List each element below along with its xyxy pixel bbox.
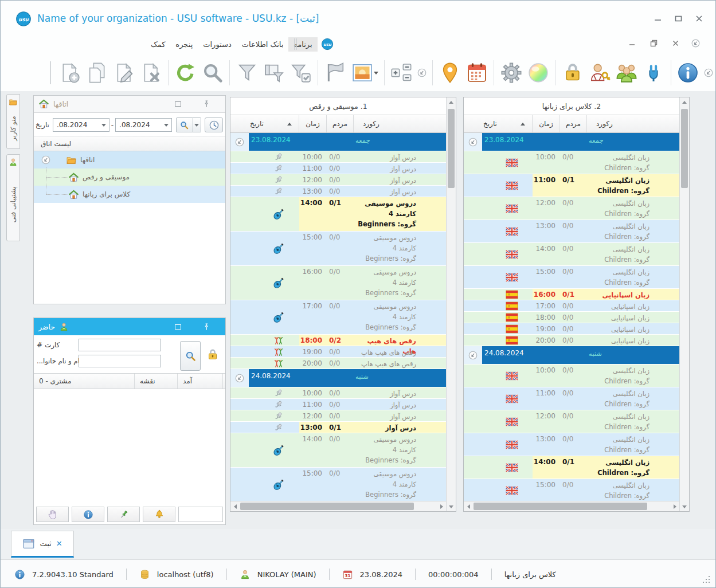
- tree-room-item[interactable]: کلاس برای زبانها: [34, 186, 225, 203]
- col-people[interactable]: مردم: [560, 115, 587, 132]
- schedule-row[interactable]: 12:000/0زبان انگلیسیگروه: Children: [464, 410, 679, 433]
- horizontal-scrollbar[interactable]: [230, 501, 446, 511]
- col-date[interactable]: تاریخ: [464, 115, 533, 132]
- settings-button[interactable]: [498, 58, 525, 87]
- schedule-row[interactable]: 10:000/0درس آواز: [230, 151, 446, 163]
- schedule-row[interactable]: 14:000/1زبان انگلیسیگروه: Children: [464, 456, 679, 479]
- present-pin-icon[interactable]: [203, 323, 210, 331]
- group-expander-icon[interactable]: [464, 346, 482, 364]
- group-expander-icon[interactable]: [464, 133, 482, 151]
- filter-apply-button[interactable]: [287, 58, 314, 87]
- schedule-row[interactable]: 14:000/0زبان انگلیسیگروه: Children: [464, 243, 679, 266]
- tree-room-item[interactable]: موسیقی و رقص: [34, 168, 225, 186]
- more-right-button[interactable]: [702, 58, 715, 87]
- client-name-input[interactable]: [79, 355, 161, 367]
- pushpin-button[interactable]: [107, 507, 140, 522]
- schedule-row[interactable]: 11:000/1زبان انگلیسیگروه: Children: [464, 174, 679, 197]
- image-button[interactable]: [349, 58, 375, 87]
- flag-button[interactable]: [322, 58, 349, 87]
- horizontal-scrollbar[interactable]: [464, 501, 679, 511]
- group-row[interactable]: 23.08.2024جمعه: [230, 133, 446, 151]
- close-button[interactable]: [692, 13, 705, 23]
- minimize-button[interactable]: [651, 13, 664, 23]
- col-record[interactable]: رکورد: [587, 115, 679, 132]
- card-number-input[interactable]: [79, 339, 161, 351]
- schedule-row[interactable]: 17:000/0دروس موسیقیکارمند 4گروه: Beginne…: [230, 300, 446, 335]
- vertical-scrollbar[interactable]: [446, 97, 456, 511]
- present-col-0[interactable]: مشتری - 0: [34, 374, 135, 389]
- schedule-row[interactable]: 17:000/0زبان اسپانیایی: [464, 300, 679, 312]
- menu-پنجره[interactable]: پنجره: [170, 37, 198, 52]
- schedule-row[interactable]: 10:000/0زبان انگلیسیگروه: Children: [464, 364, 679, 387]
- schedule-row[interactable]: 13:000/0زبان انگلیسیگروه: Children: [464, 220, 679, 243]
- map-button[interactable]: [436, 58, 463, 87]
- delete-record-button[interactable]: [138, 58, 165, 87]
- tab-registration[interactable]: ثبت ✕: [11, 531, 74, 558]
- date-to-select[interactable]: .08.2024: [115, 118, 172, 132]
- schedule-row[interactable]: 14:000/1دروس موسیقیکارمند 4گروه: Beginne…: [230, 197, 446, 232]
- lock-button[interactable]: [559, 58, 586, 87]
- schedule-row[interactable]: 12:000/0زبان انگلیسیگروه: Children: [464, 197, 679, 220]
- calendar-button[interactable]: [463, 58, 490, 87]
- present-col-1[interactable]: نقشه: [135, 374, 178, 389]
- menu-برنامه[interactable]: برنامه: [288, 37, 317, 52]
- schedule-row[interactable]: 16:000/0دروس موسیقیکارمند 4گروه: Beginne…: [230, 266, 446, 300]
- expand-tree-button[interactable]: [388, 58, 415, 87]
- image-button-caret[interactable]: [374, 72, 378, 75]
- schedule-row[interactable]: 13:000/0زبان انگلیسیگروه: Children: [464, 433, 679, 456]
- schedule-row[interactable]: 11:000/0زبان انگلیسیگروه: Children: [464, 387, 679, 410]
- mdi-more-button[interactable]: [691, 38, 701, 48]
- rooms-search-dropdown[interactable]: [193, 117, 202, 132]
- filter-button[interactable]: [233, 58, 260, 87]
- menu-کمک[interactable]: کمک: [146, 37, 170, 52]
- schedule-row[interactable]: 19:000/0زبان اسپانیایی: [464, 323, 679, 335]
- bell-button[interactable]: [143, 507, 175, 522]
- schedule-row[interactable]: 15:000/0دروس موسیقیکارمند 4گروه: Beginne…: [230, 468, 446, 501]
- tab-user-menu[interactable]: منو کاربر: [6, 94, 20, 149]
- rooms-time-button[interactable]: [205, 117, 223, 132]
- schedule-row[interactable]: 20:000/0زبان اسپانیایی: [464, 335, 679, 346]
- maximize-button[interactable]: [672, 13, 684, 23]
- resize-grip[interactable]: [702, 575, 710, 583]
- info-button[interactable]: [72, 507, 104, 522]
- rooms-search-button[interactable]: [176, 117, 193, 132]
- toolbar-grip[interactable]: [50, 61, 52, 84]
- schedule-row[interactable]: 18:000/2رقص های هیپ هاپ: [230, 335, 446, 346]
- present-search-button[interactable]: [180, 341, 201, 371]
- users-button[interactable]: [613, 58, 640, 87]
- connections-button[interactable]: [640, 58, 667, 87]
- mdi-restore-button[interactable]: [647, 38, 660, 48]
- schedule-row[interactable]: 14:000/0دروس موسیقیکارمند 4گروه: Beginne…: [230, 433, 446, 468]
- schedule-row[interactable]: 10:000/0زبان انگلیسیگروه: Children: [464, 151, 679, 174]
- vertical-scrollbar[interactable]: [679, 97, 689, 511]
- schedule-row[interactable]: 20:000/0رقص های هیپ هاپ: [230, 358, 446, 369]
- more-left-button[interactable]: [415, 58, 429, 87]
- schedule-row[interactable]: 15:000/0دروس موسیقیکارمند 4گروه: Beginne…: [230, 232, 446, 266]
- col-time[interactable]: زمان: [533, 115, 560, 132]
- tab-tech-support[interactable]: پشتیبانی فنی: [6, 154, 20, 241]
- group-row[interactable]: 24.08.2024شنبه: [230, 369, 446, 387]
- panel-pin-icon[interactable]: [203, 100, 210, 108]
- edit-record-button[interactable]: [111, 58, 138, 87]
- search-button[interactable]: [199, 58, 226, 87]
- col-date[interactable]: تاریخ: [230, 115, 299, 132]
- schedule-row[interactable]: 10:000/0درس آواز: [230, 387, 446, 399]
- group-expander-icon[interactable]: [230, 133, 249, 151]
- quick-input[interactable]: [178, 507, 223, 522]
- user-rights-button[interactable]: [586, 58, 613, 87]
- filter-window-button[interactable]: [260, 58, 287, 87]
- schedule-row[interactable]: 12:000/0درس آواز: [230, 174, 446, 186]
- mdi-close-button[interactable]: [669, 38, 682, 48]
- panel-maximize-icon[interactable]: [175, 101, 181, 107]
- menu-بانک اطلاعات[interactable]: بانک اطلاعات: [237, 37, 289, 52]
- schedule-row[interactable]: 18:000/0زبان اسپانیایی: [464, 312, 679, 323]
- mdi-minimize-button[interactable]: [625, 38, 638, 48]
- tree-expander-icon[interactable]: [41, 155, 51, 165]
- tree-root-rooms[interactable]: اتاقها: [34, 151, 225, 168]
- schedule-row[interactable]: 11:000/0درس آواز: [230, 399, 446, 410]
- date-from-select[interactable]: .08.2024: [53, 118, 109, 132]
- schedule-row[interactable]: 13:000/1درس آواز: [230, 422, 446, 433]
- menu-grip[interactable]: [294, 38, 297, 50]
- menu-دستورات[interactable]: دستورات: [198, 37, 236, 52]
- schedule-row[interactable]: 13:000/0درس آواز: [230, 186, 446, 197]
